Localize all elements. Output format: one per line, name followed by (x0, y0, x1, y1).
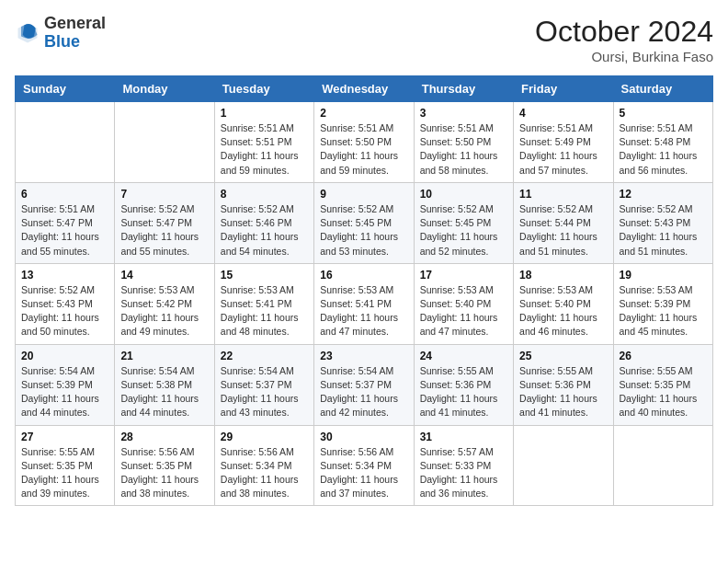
sunrise: Sunrise: 5:52 AM (21, 284, 95, 295)
daylight: Daylight: 11 hours and 40 minutes. (620, 393, 698, 418)
calendar-cell: 26Sunrise: 5:55 AMSunset: 5:35 PMDayligh… (613, 344, 712, 425)
sunset: Sunset: 5:40 PM (420, 298, 492, 309)
sunset: Sunset: 5:34 PM (221, 460, 292, 471)
day-info: Sunrise: 5:52 AMSunset: 5:46 PMDaylight:… (221, 202, 308, 259)
daylight: Daylight: 11 hours and 37 minutes. (320, 474, 398, 499)
title-block: October 2024 Oursi, Burkina Faso (535, 15, 713, 64)
day-info: Sunrise: 5:55 AMSunset: 5:35 PMDaylight:… (620, 364, 707, 420)
day-number: 28 (120, 431, 208, 443)
calendar-cell: 27Sunrise: 5:55 AMSunset: 5:35 PMDayligh… (16, 425, 115, 506)
sunset: Sunset: 5:44 PM (519, 217, 591, 228)
daylight: Daylight: 11 hours and 59 minutes. (221, 150, 299, 175)
daylight: Daylight: 11 hours and 52 minutes. (420, 231, 498, 256)
sunset: Sunset: 5:42 PM (120, 298, 192, 309)
calendar-week-row: 20Sunrise: 5:54 AMSunset: 5:39 PMDayligh… (16, 344, 713, 425)
sunrise: Sunrise: 5:53 AM (120, 284, 194, 295)
day-number: 21 (120, 350, 208, 362)
day-info: Sunrise: 5:51 AMSunset: 5:51 PMDaylight:… (221, 121, 308, 178)
calendar-cell: 25Sunrise: 5:55 AMSunset: 5:36 PMDayligh… (514, 344, 613, 425)
sunset: Sunset: 5:37 PM (221, 379, 292, 390)
calendar-cell: 5Sunrise: 5:51 AMSunset: 5:48 PMDaylight… (613, 102, 712, 183)
sunset: Sunset: 5:41 PM (320, 298, 392, 309)
day-info: Sunrise: 5:52 AMSunset: 5:45 PMDaylight:… (320, 202, 407, 259)
day-number: 15 (221, 269, 308, 282)
sunrise: Sunrise: 5:52 AM (221, 203, 294, 214)
calendar-cell: 17Sunrise: 5:53 AMSunset: 5:40 PMDayligh… (414, 263, 513, 344)
calendar-cell: 30Sunrise: 5:56 AMSunset: 5:34 PMDayligh… (314, 425, 414, 506)
calendar-week-row: 6Sunrise: 5:51 AMSunset: 5:47 PMDaylight… (16, 182, 713, 263)
day-info: Sunrise: 5:53 AMSunset: 5:41 PMDaylight:… (221, 283, 308, 339)
sunrise: Sunrise: 5:55 AM (620, 365, 693, 376)
calendar-weekday-header: Sunday (16, 76, 115, 102)
calendar-cell: 31Sunrise: 5:57 AMSunset: 5:33 PMDayligh… (414, 425, 513, 506)
sunrise: Sunrise: 5:51 AM (21, 203, 95, 214)
sunset: Sunset: 5:39 PM (620, 298, 691, 309)
sunrise: Sunrise: 5:51 AM (320, 122, 393, 133)
sunset: Sunset: 5:47 PM (120, 217, 192, 228)
calendar-week-row: 13Sunrise: 5:52 AMSunset: 5:43 PMDayligh… (16, 263, 713, 344)
calendar-weekday-header: Monday (115, 76, 214, 102)
sunrise: Sunrise: 5:53 AM (620, 284, 693, 295)
day-number: 23 (320, 350, 407, 362)
day-number: 2 (320, 107, 407, 120)
sunrise: Sunrise: 5:53 AM (519, 284, 593, 295)
sunset: Sunset: 5:36 PM (420, 379, 492, 390)
day-number: 25 (519, 350, 607, 362)
calendar-cell: 24Sunrise: 5:55 AMSunset: 5:36 PMDayligh… (414, 344, 513, 425)
day-info: Sunrise: 5:55 AMSunset: 5:36 PMDaylight:… (420, 364, 507, 420)
calendar-cell: 10Sunrise: 5:52 AMSunset: 5:45 PMDayligh… (414, 182, 513, 263)
sunset: Sunset: 5:34 PM (320, 460, 392, 471)
calendar-weekday-header: Tuesday (214, 76, 313, 102)
sunrise: Sunrise: 5:51 AM (420, 122, 494, 133)
calendar-week-row: 27Sunrise: 5:55 AMSunset: 5:35 PMDayligh… (16, 425, 713, 506)
calendar-cell: 21Sunrise: 5:54 AMSunset: 5:38 PMDayligh… (115, 344, 214, 425)
day-number: 11 (519, 188, 607, 201)
calendar-weekday-header: Friday (514, 76, 613, 102)
daylight: Daylight: 11 hours and 42 minutes. (320, 393, 398, 418)
daylight: Daylight: 11 hours and 41 minutes. (420, 393, 498, 418)
sunrise: Sunrise: 5:52 AM (420, 203, 494, 214)
sunrise: Sunrise: 5:57 AM (420, 446, 494, 457)
day-number: 6 (21, 188, 108, 201)
sunset: Sunset: 5:45 PM (420, 217, 492, 228)
day-info: Sunrise: 5:53 AMSunset: 5:40 PMDaylight:… (420, 283, 507, 339)
daylight: Daylight: 11 hours and 58 minutes. (420, 150, 498, 175)
daylight: Daylight: 11 hours and 50 minutes. (21, 312, 99, 337)
sunrise: Sunrise: 5:51 AM (221, 122, 294, 133)
daylight: Daylight: 11 hours and 53 minutes. (320, 231, 398, 256)
day-number: 4 (519, 107, 607, 120)
calendar-body: 1Sunrise: 5:51 AMSunset: 5:51 PMDaylight… (16, 102, 713, 506)
sunset: Sunset: 5:47 PM (21, 217, 93, 228)
sunset: Sunset: 5:36 PM (519, 379, 591, 390)
sunset: Sunset: 5:51 PM (221, 136, 292, 147)
calendar-cell: 29Sunrise: 5:56 AMSunset: 5:34 PMDayligh… (214, 425, 313, 506)
calendar-weekday-header: Saturday (613, 76, 712, 102)
calendar-cell: 16Sunrise: 5:53 AMSunset: 5:41 PMDayligh… (314, 263, 414, 344)
day-info: Sunrise: 5:51 AMSunset: 5:50 PMDaylight:… (320, 121, 407, 178)
sunset: Sunset: 5:33 PM (420, 460, 492, 471)
sunset: Sunset: 5:39 PM (21, 379, 93, 390)
day-info: Sunrise: 5:54 AMSunset: 5:37 PMDaylight:… (221, 364, 308, 420)
calendar-weekday-header: Thursday (414, 76, 513, 102)
daylight: Daylight: 11 hours and 54 minutes. (221, 231, 299, 256)
day-info: Sunrise: 5:52 AMSunset: 5:43 PMDaylight:… (620, 202, 707, 259)
sunrise: Sunrise: 5:53 AM (320, 284, 393, 295)
sunset: Sunset: 5:35 PM (21, 460, 93, 471)
daylight: Daylight: 11 hours and 56 minutes. (620, 150, 698, 175)
day-number: 1 (221, 107, 308, 120)
sunrise: Sunrise: 5:54 AM (221, 365, 294, 376)
day-info: Sunrise: 5:54 AMSunset: 5:37 PMDaylight:… (320, 364, 407, 420)
sunrise: Sunrise: 5:52 AM (120, 203, 194, 214)
day-info: Sunrise: 5:51 AMSunset: 5:49 PMDaylight:… (519, 121, 607, 178)
page-header: General Blue October 2024 Oursi, Burkina… (15, 15, 713, 64)
day-number: 7 (120, 188, 208, 201)
calendar-week-row: 1Sunrise: 5:51 AMSunset: 5:51 PMDaylight… (16, 102, 713, 183)
day-number: 22 (221, 350, 308, 362)
calendar-cell: 12Sunrise: 5:52 AMSunset: 5:43 PMDayligh… (613, 182, 712, 263)
calendar-cell: 7Sunrise: 5:52 AMSunset: 5:47 PMDaylight… (115, 182, 214, 263)
daylight: Daylight: 11 hours and 46 minutes. (519, 312, 597, 337)
calendar-cell: 19Sunrise: 5:53 AMSunset: 5:39 PMDayligh… (613, 263, 712, 344)
day-number: 30 (320, 431, 407, 443)
sunrise: Sunrise: 5:55 AM (21, 446, 95, 457)
sunset: Sunset: 5:46 PM (221, 217, 292, 228)
